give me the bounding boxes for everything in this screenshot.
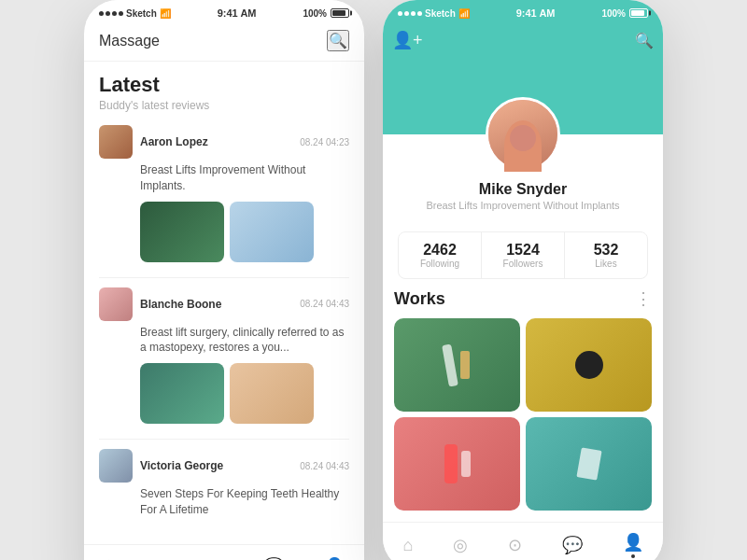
- signal-dot-r3: [411, 11, 416, 16]
- nav-explore-right[interactable]: ◎: [453, 535, 468, 555]
- date-aaron: 08.24 04:23: [300, 137, 349, 147]
- feed-item-3[interactable]: Victoria George 08.24 04:43 Seven Steps …: [99, 449, 349, 518]
- carrier-label-r: Sketch: [425, 8, 456, 19]
- signal-dot-r1: [398, 11, 402, 16]
- camera-icon-left: ⊙: [209, 556, 223, 560]
- excerpt-victoria: Seven Steps For Keeping Teeth Healthy Fo…: [140, 486, 349, 518]
- battery-fill: [332, 10, 345, 16]
- search-icon-profile[interactable]: 🔍: [635, 32, 654, 49]
- status-bar-left: Sketch 📶 9:41 AM 100%: [84, 0, 364, 22]
- work-thumb-3[interactable]: [394, 417, 520, 511]
- battery-fill-r: [631, 10, 644, 16]
- works-more-icon[interactable]: ⋮: [635, 288, 652, 309]
- profile-hero: 👤+ 🔍: [383, 22, 663, 134]
- username-victoria: Victoria George: [140, 459, 223, 472]
- work-thumb-4[interactable]: [526, 417, 652, 511]
- add-friend-icon[interactable]: 👤+: [392, 30, 423, 50]
- left-phone: Sketch 📶 9:41 AM 100% Massage 🔍 Latest B…: [84, 0, 364, 560]
- feed-item-3-header: Victoria George 08.24 04:43: [99, 449, 349, 483]
- nav-home-right[interactable]: ⌂: [402, 536, 413, 555]
- battery-icon-r: [629, 8, 648, 18]
- feed-item-1[interactable]: Aaron Lopez 08.24 04:23 Breast Lifts Imp…: [99, 125, 349, 262]
- explore-icon-right: ◎: [453, 535, 468, 555]
- nav-home-left[interactable]: ⌂: [104, 554, 114, 560]
- signal-dot-4: [119, 11, 123, 16]
- images-blanche: [140, 363, 349, 424]
- feed-item-1-header: Aaron Lopez 08.24 04:23: [99, 125, 349, 159]
- feed-content: Latest Buddy's latest reviews Aaron Lope…: [84, 62, 364, 544]
- feed-thumb-1a: [140, 202, 224, 262]
- following-num: 2462: [399, 242, 481, 259]
- battery-icon: [331, 8, 349, 18]
- battery-area-r: 100%: [601, 8, 648, 19]
- username-aaron: Aaron Lopez: [140, 135, 208, 148]
- wifi-icon-r: 📶: [458, 8, 470, 19]
- feed-thumb-2a: [140, 363, 224, 424]
- followers-num: 1524: [482, 242, 564, 259]
- works-grid: [394, 318, 652, 511]
- search-button[interactable]: 🔍: [327, 30, 349, 51]
- nav-camera-left[interactable]: ⊙: [209, 556, 223, 560]
- time-label: 9:41 AM: [218, 7, 257, 19]
- following-label: Following: [399, 259, 481, 269]
- signal-dot-r2: [404, 11, 409, 16]
- divider-2: [99, 439, 349, 440]
- avatar-aaron: [99, 125, 133, 159]
- carrier-label: Sketch: [126, 8, 157, 19]
- status-left: Sketch 📶: [99, 8, 171, 19]
- profile-icon-left: 👤: [324, 556, 345, 560]
- nav-messages-left[interactable]: 💬: [263, 556, 284, 560]
- signal-dot-r4: [417, 11, 422, 16]
- nav-active-dot-right: [631, 554, 635, 558]
- camera-icon-right: ⊙: [508, 535, 522, 555]
- feed-user-2: Blanche Boone: [99, 287, 221, 321]
- home-icon-right: ⌂: [402, 536, 413, 555]
- works-header: Works ⋮: [394, 288, 652, 309]
- date-blanche: 08.24 04:43: [300, 299, 349, 309]
- profile-stats: 2462 Following 1524 Followers 532 Likes: [398, 231, 648, 279]
- signal-dot-2: [106, 11, 110, 16]
- ball-shape: [575, 351, 603, 379]
- feed-thumb-2b: [230, 363, 314, 424]
- nav-camera-right[interactable]: ⊙: [508, 535, 522, 555]
- latest-subtitle: Buddy's latest reviews: [99, 99, 349, 112]
- signal-dots: [99, 11, 123, 16]
- messages-icon-left: 💬: [263, 556, 284, 560]
- nav-explore-left[interactable]: ◎: [154, 556, 169, 560]
- works-section: Works ⋮: [383, 288, 663, 522]
- latest-label: Latest: [99, 73, 349, 97]
- profile-icon-right: 👤: [623, 532, 643, 553]
- date-victoria: 08.24 04:43: [300, 461, 349, 471]
- feed-item-2[interactable]: Blanche Boone 08.24 04:43 Breast lift su…: [99, 287, 349, 425]
- nav-messages-right[interactable]: 💬: [562, 535, 583, 555]
- profile-avatar-wrap: [486, 97, 560, 172]
- status-bar-right: Sketch 📶 9:41 AM 100%: [383, 0, 663, 22]
- work-thumb-2[interactable]: [526, 318, 652, 412]
- nav-profile-left[interactable]: 👤: [324, 556, 345, 560]
- explore-icon-left: ◎: [154, 556, 169, 560]
- feed-thumb-1b: [230, 202, 314, 262]
- likes-num: 532: [565, 242, 647, 259]
- home-icon-left: ⌂: [104, 554, 114, 560]
- feed-header: Massage 🔍: [84, 22, 364, 62]
- battery-area: 100%: [303, 8, 349, 19]
- signal-dot-1: [99, 11, 104, 16]
- feed-title: Massage: [99, 33, 160, 49]
- stat-followers: 1524 Followers: [482, 232, 565, 278]
- battery-percent-r: 100%: [601, 8, 626, 19]
- excerpt-aaron: Breast Lifts Improvement Without Implant…: [140, 162, 349, 194]
- feed-user-3: Victoria George: [99, 449, 223, 483]
- signal-dot-3: [112, 11, 117, 16]
- stat-likes: 532 Likes: [565, 232, 647, 278]
- profile-info: Mike Snyder Breast Lifts Improvement Wit…: [383, 181, 663, 222]
- works-title: Works: [394, 289, 445, 309]
- wifi-icon: 📶: [160, 8, 171, 19]
- profile-avatar: [486, 97, 560, 172]
- battery-percent: 100%: [303, 8, 327, 19]
- work-thumb-1[interactable]: [394, 318, 520, 412]
- bottom-nav-right: ⌂ ◎ ⊙ 💬 👤: [383, 522, 663, 560]
- hero-actions: 👤+ 🔍: [392, 30, 654, 50]
- time-label-r: 9:41 AM: [516, 7, 556, 19]
- stat-following: 2462 Following: [399, 232, 482, 278]
- nav-profile-right[interactable]: 👤: [623, 532, 643, 558]
